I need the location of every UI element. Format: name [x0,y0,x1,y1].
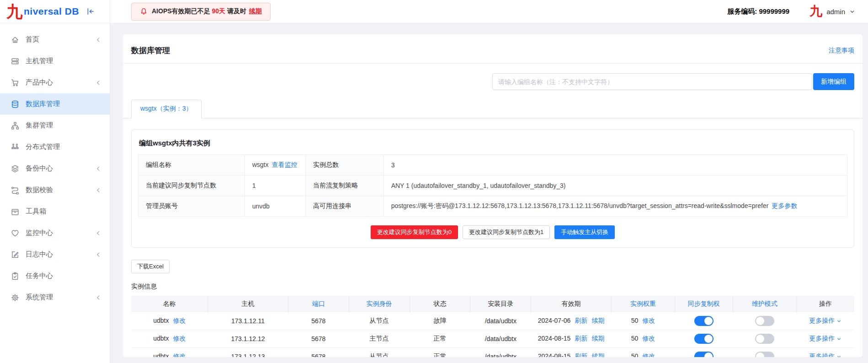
more-actions-link[interactable]: 更多操作 [809,335,841,343]
sidebar-item-label: 监控中心 [26,229,53,237]
layers-icon [11,165,19,173]
refresh-expiry-link[interactable]: 刷新 [575,335,587,342]
chevron-left-icon [95,37,101,43]
renew-expiry-link[interactable]: 续期 [591,317,604,324]
cell-role: 从节点 [349,312,410,330]
app-root: 九 niversal DB 首页主机管理产品中心数据库管理集群管理分布式管理备份… [0,0,868,363]
cell-status: 正常 [410,330,470,348]
sync-replication-toggle[interactable] [694,316,714,326]
collapse-sidebar-icon[interactable] [86,7,95,16]
add-group-button[interactable]: 新增编组 [813,73,854,90]
renew-expiry-link[interactable]: 续期 [591,352,604,357]
group-action-buttons: 更改建议同步复制节点数为0更改建议同步复制节点数为1手动触发主从切换 [138,225,847,239]
set-sync-nodes-1-button[interactable]: 更改建议同步复制节点数为1 [463,225,550,239]
sidebar-item-product-center[interactable]: 产品中心 [0,72,110,93]
sidebar-item-backup-center[interactable]: 备份中心 [0,158,110,179]
more-actions-link[interactable]: 更多操作 [809,352,841,357]
info-label: 当前流复制策略 [306,176,384,196]
group-info-table: 编组名称wsgtx查看监控实例总数3当前建议同步复制节点数1当前流复制策略ANY… [138,155,847,217]
column-header[interactable]: 实例权重 [611,296,675,312]
sidebar-item-label: 产品中心 [26,78,53,87]
instance-name: udbtx [153,335,169,342]
instance-status: 正常 [433,352,446,357]
cell-role: 主节点 [349,330,410,348]
instance-row: udbtx修改173.1.12.115678从节点故障/data/udbtx20… [131,312,854,330]
sidebar-item-host-management[interactable]: 主机管理 [0,50,110,72]
instance-status: 故障 [433,317,446,324]
refresh-expiry-link[interactable]: 刷新 [575,317,587,324]
sync-replication-toggle[interactable] [694,334,714,344]
edit-weight-link[interactable]: 修改 [642,352,655,357]
maintenance-toggle[interactable] [755,334,774,344]
sidebar-item-label: 分布式管理 [26,143,60,151]
cell-weight: 50修改 [611,348,675,358]
sidebar-item-cluster-management[interactable]: 集群管理 [0,115,110,136]
more-actions-link[interactable]: 更多操作 [809,317,841,325]
maintenance-toggle[interactable] [755,352,774,357]
cell-expiry: 2024-07-06刷新续期 [531,312,612,330]
download-excel-button[interactable]: 下载Excel [131,260,170,273]
sidebar-item-distributed-management[interactable]: 分布式管理 [0,136,110,158]
instance-port: 5678 [311,353,325,357]
sidebar-item-database-management[interactable]: 数据库管理 [0,93,110,115]
flow-icon [11,186,19,194]
cell-port: 5678 [288,348,349,358]
instance-name: udbtx [153,317,169,324]
cell-role: 从节点 [349,348,410,358]
card-header: 数据库管理 注意事项 [123,34,863,64]
info-label: 管理员账号 [138,196,245,217]
instance-table: 名称主机端口实例身份状态安装目录有效期实例权重同步复制权维护模式操作 udbtx… [131,296,854,357]
sidebar-item-label: 任务中心 [26,272,53,280]
renew-license-link[interactable]: 续期 [249,7,262,15]
more-params-link[interactable]: 更多参数 [772,202,797,209]
sync-replication-toggle[interactable] [694,352,714,357]
column-header[interactable]: 实例身份 [349,296,410,312]
cell-install-dir: /data/udbtx [470,330,531,348]
sidebar-nav: 首页主机管理产品中心数据库管理集群管理分布式管理备份中心数据校验工具箱监控中心日… [0,23,110,308]
instance-weight: 50 [631,335,639,342]
manual-failover-button[interactable]: 手动触发主从切换 [554,225,615,239]
sidebar-item-system-management[interactable]: 系统管理 [0,287,110,308]
cart-icon [11,79,19,87]
edit-name-link[interactable]: 修改 [173,317,186,324]
maintenance-toggle[interactable] [755,316,774,326]
edit-weight-link[interactable]: 修改 [642,317,655,324]
alert-days: 90天 [212,7,225,15]
column-header[interactable]: 同步复制权 [675,296,733,312]
tab-wsgtx[interactable]: wsgtx（实例：3） [131,100,202,118]
cell-sync-replication [675,348,733,358]
instance-install-dir: /data/udbtx [485,353,517,357]
info-value: ANY 1 (udautofailover_standby_1, udautof… [383,176,847,196]
column-header[interactable]: 端口 [288,296,349,312]
view-monitor-link[interactable]: 查看监控 [272,161,297,168]
set-sync-nodes-0-button[interactable]: 更改建议同步复制节点数为0 [371,225,458,239]
info-label: 实例总数 [306,155,384,176]
renew-expiry-link[interactable]: 续期 [591,335,604,342]
cell-maintenance-mode [733,312,796,330]
instance-name: udbtx [153,352,169,357]
sidebar-item-toolbox[interactable]: 工具箱 [0,201,110,222]
notice-link[interactable]: 注意事项 [829,47,854,55]
user-menu[interactable]: 九 admin [809,5,855,18]
column-header: 状态 [410,296,470,312]
refresh-expiry-link[interactable]: 刷新 [575,352,587,357]
edit-weight-link[interactable]: 修改 [642,335,655,342]
sidebar-item-home[interactable]: 首页 [0,29,110,50]
sidebar-item-log-center[interactable]: 日志中心 [0,244,110,265]
sidebar-item-label: 系统管理 [26,293,53,302]
column-header[interactable]: 维护模式 [733,296,796,312]
info-value: 3 [383,155,847,176]
sidebar-item-data-verification[interactable]: 数据校验 [0,179,110,201]
edit-name-link[interactable]: 修改 [173,335,186,342]
edit-name-link[interactable]: 修改 [173,352,186,357]
group-info-row: 当前建议同步复制节点数1当前流复制策略ANY 1 (udautofailover… [138,176,847,196]
sidebar-item-task-center[interactable]: 任务中心 [0,265,110,287]
cell-expiry: 2024-08-15刷新续期 [531,348,612,358]
cell-name: udbtx修改 [131,312,208,330]
sidebar-item-monitor-center[interactable]: 监控中心 [0,222,110,244]
group-name-search-input[interactable] [492,73,812,90]
group-panel-title: 编组wsgtx内共有3实例 [139,139,847,148]
sidebar-item-label: 数据库管理 [26,100,60,108]
chevron-left-icon [95,80,101,86]
cell-sync-replication [675,312,733,330]
